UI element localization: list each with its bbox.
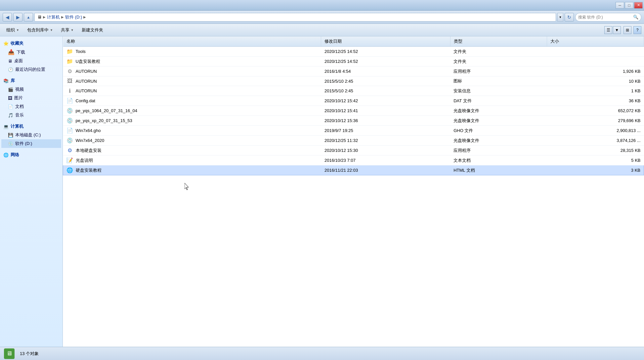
file-area[interactable]: 名称 修改日期 类型 大小 📁 Tools 2020/12/25 14:52 文… xyxy=(63,36,644,347)
include-library-arrow-icon: ▼ xyxy=(50,28,53,32)
file-date-0: 2020/12/25 14:52 xyxy=(321,47,450,57)
table-row[interactable]: 💿 pe_yqs_xp_20_07_31_15_53 2020/10/12 15… xyxy=(63,116,644,126)
table-row[interactable]: 📄 Win7x64.gho 2019/9/7 19:25 GHO 文件 2,90… xyxy=(63,126,644,136)
share-button[interactable]: 共享 ▼ xyxy=(57,25,77,35)
image-label: 图片 xyxy=(14,95,23,101)
document-icon: 📄 xyxy=(8,104,13,109)
file-type-12: HTML 文档 xyxy=(450,165,547,175)
file-icon-2: ⚙ xyxy=(66,68,73,74)
up-button[interactable]: ▲ xyxy=(24,13,33,22)
network-label: 网络 xyxy=(11,152,19,158)
table-header-row: 名称 修改日期 类型 大小 xyxy=(63,36,644,47)
table-row[interactable]: ℹ AUTORUN 2015/5/10 2:45 安装信息 1 KB xyxy=(63,86,644,96)
table-row[interactable]: 💿 Win7x64_2020 2020/12/25 11:32 光盘映像文件 3… xyxy=(63,136,644,146)
local-disk-d-icon: 💿 xyxy=(8,141,13,146)
include-library-button[interactable]: 包含到库中 ▼ xyxy=(23,25,57,35)
search-input[interactable] xyxy=(578,15,632,20)
address-dropdown-button[interactable]: ▼ xyxy=(557,13,563,22)
table-row[interactable]: 🌐 硬盘安装教程 2016/11/21 22:03 HTML 文档 3 KB xyxy=(63,165,644,175)
close-button[interactable]: ✕ xyxy=(634,2,643,9)
search-icon: 🔍 xyxy=(633,15,638,20)
help-button[interactable]: ? xyxy=(633,26,641,34)
forward-button[interactable]: ▶ xyxy=(13,13,22,22)
table-row[interactable]: 📝 光盘说明 2016/10/23 7:07 文本文档 5 KB xyxy=(63,156,644,165)
file-name-cell-0: 📁 Tools xyxy=(63,47,321,57)
address-path: 🖥 ▶ 计算机 ▶ 软件 (D:) ▶ xyxy=(34,13,556,22)
sidebar-favorites-header[interactable]: ⭐ 收藏夹 xyxy=(1,39,61,48)
new-folder-button[interactable]: 新建文件夹 xyxy=(78,25,107,35)
file-name-cell-1: 📁 U盘安装教程 xyxy=(63,57,321,67)
sidebar-computer-header[interactable]: 💻 计算机 xyxy=(1,122,61,131)
minimize-button[interactable]: ─ xyxy=(616,2,624,9)
sidebar-item-document[interactable]: 📄 文档 xyxy=(1,102,61,111)
back-button[interactable]: ◀ xyxy=(3,13,12,22)
file-type-0: 文件夹 xyxy=(450,47,547,57)
file-icon-1: 📁 xyxy=(66,58,73,65)
search-box: 🔍 xyxy=(575,13,641,22)
file-type-6: 光盘映像文件 xyxy=(450,106,547,116)
sidebar-library-header[interactable]: 📚 库 xyxy=(1,76,61,85)
file-date-11: 2016/10/23 7:07 xyxy=(321,156,450,165)
column-header-size[interactable]: 大小 xyxy=(547,36,644,47)
sidebar-item-image[interactable]: 🖼 图片 xyxy=(1,94,61,102)
file-icon-8: 📄 xyxy=(66,127,73,134)
sidebar-item-music[interactable]: 🎵 音乐 xyxy=(1,111,61,119)
sidebar-section-favorites: ⭐ 收藏夹 📥 下载 🖥 桌面 🕐 最近访问的位置 xyxy=(1,39,61,74)
include-library-label: 包含到库中 xyxy=(27,27,49,33)
file-icon-0: 📁 xyxy=(66,48,73,55)
file-name-cell-9: 💿 Win7x64_2020 xyxy=(63,136,321,146)
file-size-4: 1 KB xyxy=(547,86,644,96)
sidebar-item-local-d[interactable]: 💿 软件 (D:) xyxy=(1,139,61,148)
favorites-label: 收藏夹 xyxy=(11,40,23,46)
table-row[interactable]: 📁 Tools 2020/12/25 14:52 文件夹 xyxy=(63,47,644,57)
view-details-button[interactable]: ⊞ xyxy=(623,26,631,34)
table-row[interactable]: 📁 U盘安装教程 2020/12/25 14:52 文件夹 xyxy=(63,57,644,67)
file-name-cell-5: 📄 Config.dat xyxy=(63,96,321,106)
computer-label: 计算机 xyxy=(11,123,23,129)
sidebar-item-desktop[interactable]: 🖥 桌面 xyxy=(1,57,61,65)
file-size-11: 5 KB xyxy=(547,156,644,165)
table-row[interactable]: 🖼 AUTORUN 2015/5/10 2:45 图标 10 KB xyxy=(63,76,644,86)
file-date-6: 2020/10/12 15:41 xyxy=(321,106,450,116)
sidebar-section-computer: 💻 计算机 💾 本地磁盘 (C:) 💿 软件 (D:) xyxy=(1,122,61,148)
column-header-modified[interactable]: 修改日期 xyxy=(321,36,450,47)
file-type-3: 图标 xyxy=(450,76,547,86)
sidebar-item-download[interactable]: 📥 下载 xyxy=(1,48,61,57)
file-icon-9: 💿 xyxy=(66,137,73,144)
table-row[interactable]: ⚙ AUTORUN 2016/1/8 4:54 应用程序 1,926 KB xyxy=(63,67,644,76)
file-name-11: 光盘说明 xyxy=(76,158,93,163)
addressbar: ◀ ▶ ▲ 🖥 ▶ 计算机 ▶ 软件 (D:) ▶ ▼ ↻ 🔍 xyxy=(0,11,644,24)
file-date-5: 2020/10/12 15:42 xyxy=(321,96,450,106)
file-icon-7: 💿 xyxy=(66,117,73,124)
file-date-8: 2019/9/7 19:25 xyxy=(321,126,450,136)
sidebar-network-header[interactable]: 🌐 网络 xyxy=(1,151,61,159)
file-type-4: 安装信息 xyxy=(450,86,547,96)
sidebar-item-local-c[interactable]: 💾 本地磁盘 (C:) xyxy=(1,131,61,139)
file-icon-10: ⚙ xyxy=(66,147,73,154)
sidebar-item-video[interactable]: 🎬 视频 xyxy=(1,85,61,94)
table-row[interactable]: ⚙ 本地硬盘安装 2020/10/12 15:30 应用程序 28,315 KB xyxy=(63,146,644,156)
statusbar-count: 13 个对象 xyxy=(20,351,39,357)
file-name-cell-8: 📄 Win7x64.gho xyxy=(63,126,321,136)
file-size-7: 279,696 KB xyxy=(547,116,644,126)
path-computer[interactable]: 计算机 xyxy=(47,14,60,20)
table-row[interactable]: 📄 Config.dat 2020/10/12 15:42 DAT 文件 36 … xyxy=(63,96,644,106)
file-size-5: 36 KB xyxy=(547,96,644,106)
file-name-cell-3: 🖼 AUTORUN xyxy=(63,76,321,86)
local-disk-c-icon: 💾 xyxy=(8,133,13,138)
table-row[interactable]: 💿 pe_yqs_1064_20_07_31_16_04 2020/10/12 … xyxy=(63,106,644,116)
computer-icon: 🖥 xyxy=(37,15,42,20)
sidebar-item-recent[interactable]: 🕐 最近访问的位置 xyxy=(1,65,61,74)
view-dropdown-button[interactable]: ▼ xyxy=(613,26,621,34)
sidebar-section-network: 🌐 网络 xyxy=(1,151,61,159)
statusbar-icon: 🖥 xyxy=(4,348,15,359)
file-size-12: 3 KB xyxy=(547,165,644,175)
column-header-name[interactable]: 名称 xyxy=(63,36,321,47)
column-header-type[interactable]: 类型 xyxy=(450,36,547,47)
document-label: 文档 xyxy=(15,104,24,110)
view-list-button[interactable]: ☰ xyxy=(604,26,612,34)
path-drive[interactable]: 软件 (D:) xyxy=(65,14,82,20)
maximize-button[interactable]: □ xyxy=(625,2,633,9)
refresh-button[interactable]: ↻ xyxy=(565,13,574,22)
organize-button[interactable]: 组织 ▼ xyxy=(3,25,23,35)
